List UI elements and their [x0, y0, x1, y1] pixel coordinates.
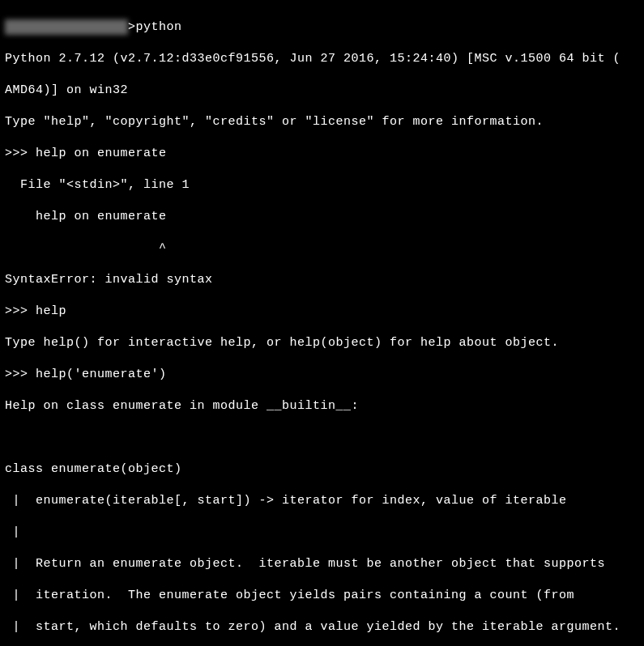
output-line: Type "help", "copyright", "credits" or "…: [5, 114, 639, 130]
output-line: Python 2.7.12 (v2.7.12:d33e0cf91556, Jun…: [5, 51, 639, 67]
output-line: | Return an enumerate object. iterable m…: [5, 556, 639, 572]
output-line: help on enumerate: [5, 209, 639, 225]
output-line: | enumerate(iterable[, start]) -> iterat…: [5, 493, 639, 509]
output-line: class enumerate(object): [5, 461, 639, 478]
output-line: SyntaxError: invalid syntax: [5, 272, 639, 288]
output-line: [5, 430, 639, 446]
output-line: | iteration. The enumerate object yields…: [5, 588, 639, 604]
repl-input-line: >>> help: [5, 304, 639, 320]
prompt-line: ████████████████>python: [5, 19, 639, 36]
terminal-output[interactable]: ████████████████>python Python 2.7.12 (v…: [5, 3, 639, 646]
output-line: |: [5, 525, 639, 541]
repl-input-line: >>> help on enumerate: [5, 146, 639, 162]
output-line: Type help() for interactive help, or hel…: [5, 335, 639, 351]
output-line: | start, which defaults to zero) and a v…: [5, 619, 639, 635]
output-line: Help on class enumerate in module __buil…: [5, 398, 639, 414]
output-line: ^: [5, 240, 639, 257]
prompt-command: >python: [128, 20, 182, 34]
output-line: AMD64)] on win32: [5, 83, 639, 99]
obscured-path: ████████████████: [5, 19, 128, 36]
repl-input-line: >>> help('enumerate'): [5, 367, 639, 383]
output-line: File "<stdin>", line 1: [5, 177, 639, 193]
